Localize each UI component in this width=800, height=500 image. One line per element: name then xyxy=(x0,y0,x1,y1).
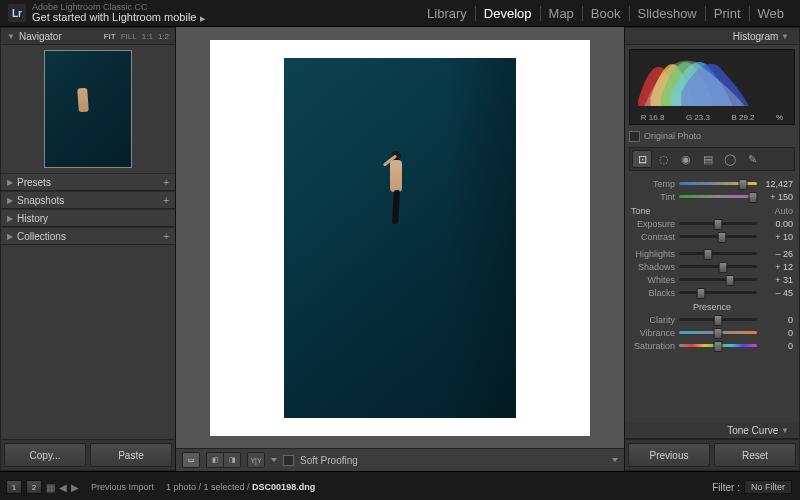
hist-b: B 29.2 xyxy=(731,113,754,122)
vibrance-slider[interactable] xyxy=(679,331,757,334)
soft-proof-checkbox[interactable] xyxy=(283,455,294,466)
collections-panel[interactable]: ▶Collections+ xyxy=(1,227,175,245)
left-panel: ▼ Navigator FIT FILL 1:1 1:2 ▶Presets+ ▶… xyxy=(0,27,176,471)
right-panel: Histogram ▼ R 16.8 G 23.3 B 29.2 % Origi… xyxy=(624,27,800,471)
navigator-label: Navigator xyxy=(19,31,62,42)
paste-button[interactable]: Paste xyxy=(90,443,172,467)
exposure-slider[interactable] xyxy=(679,222,757,225)
tone-curve-header[interactable]: Tone Curve ▼ xyxy=(625,422,799,439)
filter-label: Filter : xyxy=(712,482,740,493)
tint-value[interactable]: + 150 xyxy=(761,192,793,202)
basic-panel: Temp12,427 Tint+ 150 ToneAuto Exposure0.… xyxy=(625,175,799,422)
prev-photo-icon[interactable]: ◀ xyxy=(59,482,67,493)
titlebar: Lr Adobe Lightroom Classic CC Get starte… xyxy=(0,0,800,27)
zoom-fill[interactable]: FILL xyxy=(121,32,137,41)
temp-slider[interactable] xyxy=(679,182,757,185)
toolbar-right-menu-icon[interactable] xyxy=(612,458,618,462)
temp-value[interactable]: 12,427 xyxy=(761,179,793,189)
count-label: 1 photo / 1 selected / DSC00198.dng xyxy=(166,482,315,492)
module-web[interactable]: Web xyxy=(750,6,793,21)
saturation-value[interactable]: 0 xyxy=(761,341,793,351)
module-slideshow[interactable]: Slideshow xyxy=(630,6,706,21)
histogram[interactable]: R 16.8 G 23.3 B 29.2 % xyxy=(629,49,795,125)
highlights-label: Highlights xyxy=(631,249,675,259)
vibrance-label: Vibrance xyxy=(631,328,675,338)
screen-2[interactable]: 2 xyxy=(26,480,42,494)
shadows-value[interactable]: + 12 xyxy=(761,262,793,272)
contrast-value[interactable]: + 10 xyxy=(761,232,793,242)
navigator-preview[interactable] xyxy=(1,45,175,173)
clarity-value[interactable]: 0 xyxy=(761,315,793,325)
blacks-label: Blacks xyxy=(631,288,675,298)
histogram-header[interactable]: Histogram ▼ xyxy=(625,28,799,45)
history-panel[interactable]: ▶History xyxy=(1,209,175,227)
next-photo-icon[interactable]: ▶ xyxy=(71,482,79,493)
auto-tone-button[interactable]: Auto xyxy=(774,206,793,216)
crop-tool-icon[interactable]: ⊡ xyxy=(632,150,652,168)
chevron-down-icon: ▼ xyxy=(7,32,15,41)
source-label[interactable]: Previous Import xyxy=(91,482,154,492)
module-book[interactable]: Book xyxy=(583,6,630,21)
module-library[interactable]: Library xyxy=(419,6,476,21)
module-picker: Library Develop Map Book Slideshow Print… xyxy=(419,6,792,21)
zoom-1-2[interactable]: 1:2 xyxy=(158,32,169,41)
module-print[interactable]: Print xyxy=(706,6,750,21)
presets-panel[interactable]: ▶Presets+ xyxy=(1,173,175,191)
whites-value[interactable]: + 31 xyxy=(761,275,793,285)
original-photo-toggle[interactable]: Original Photo xyxy=(629,129,795,143)
filter-select[interactable]: No Filter xyxy=(744,480,792,494)
blacks-slider[interactable] xyxy=(679,291,757,294)
clarity-label: Clarity xyxy=(631,315,675,325)
filmstrip: 1 2 ▦ ◀ ▶ Previous Import 1 photo / 1 se… xyxy=(0,471,800,500)
hist-r: R 16.8 xyxy=(641,113,665,122)
highlights-value[interactable]: – 26 xyxy=(761,249,793,259)
saturation-slider[interactable] xyxy=(679,344,757,347)
tool-strip: ⊡ ◌ ◉ ▤ ◯ ✎ xyxy=(629,147,795,171)
hist-g: G 23.3 xyxy=(686,113,710,122)
tint-slider[interactable] xyxy=(679,195,757,198)
view-mode-loupe[interactable]: ▭ xyxy=(182,452,200,468)
app-logo: Lr xyxy=(8,4,26,22)
main-photo xyxy=(284,58,516,418)
reset-button[interactable]: Reset xyxy=(714,443,796,467)
redeye-tool-icon[interactable]: ◉ xyxy=(676,150,696,168)
grid-view-icon[interactable]: ▦ xyxy=(46,482,55,493)
shadows-label: Shadows xyxy=(631,262,675,272)
brush-tool-icon[interactable]: ✎ xyxy=(742,150,762,168)
zoom-fit[interactable]: FIT xyxy=(104,32,116,41)
canvas-area: ▭ ◧◨ Y|Y Soft Proofing xyxy=(176,27,624,471)
image-canvas[interactable] xyxy=(176,27,624,448)
grad-filter-icon[interactable]: ▤ xyxy=(698,150,718,168)
shadows-slider[interactable] xyxy=(679,265,757,268)
whites-slider[interactable] xyxy=(679,278,757,281)
view-mode-before-after[interactable]: Y|Y xyxy=(247,452,265,468)
blacks-value[interactable]: – 45 xyxy=(761,288,793,298)
screen-1[interactable]: 1 xyxy=(6,480,22,494)
soft-proof-label: Soft Proofing xyxy=(300,455,358,466)
exposure-label: Exposure xyxy=(631,219,675,229)
mobile-promo[interactable]: Get started with Lightroom mobile▶ xyxy=(32,12,419,24)
develop-toolbar: ▭ ◧◨ Y|Y Soft Proofing xyxy=(176,448,624,471)
whites-label: Whites xyxy=(631,275,675,285)
contrast-slider[interactable] xyxy=(679,235,757,238)
tint-label: Tint xyxy=(631,192,675,202)
temp-label: Temp xyxy=(631,179,675,189)
vibrance-value[interactable]: 0 xyxy=(761,328,793,338)
exposure-value[interactable]: 0.00 xyxy=(761,219,793,229)
radial-filter-icon[interactable]: ◯ xyxy=(720,150,740,168)
module-develop[interactable]: Develop xyxy=(476,6,541,21)
view-mode-compare[interactable]: ◧◨ xyxy=(206,452,241,468)
zoom-1-1[interactable]: 1:1 xyxy=(142,32,153,41)
copy-button[interactable]: Copy... xyxy=(4,443,86,467)
tone-head: Tone xyxy=(631,206,651,216)
module-map[interactable]: Map xyxy=(541,6,583,21)
clarity-slider[interactable] xyxy=(679,318,757,321)
spot-tool-icon[interactable]: ◌ xyxy=(654,150,674,168)
saturation-label: Saturation xyxy=(631,341,675,351)
highlights-slider[interactable] xyxy=(679,252,757,255)
snapshots-panel[interactable]: ▶Snapshots+ xyxy=(1,191,175,209)
hist-pct: % xyxy=(776,113,783,122)
toolbar-menu-icon[interactable] xyxy=(271,458,277,462)
navigator-header[interactable]: ▼ Navigator FIT FILL 1:1 1:2 xyxy=(1,28,175,45)
previous-button[interactable]: Previous xyxy=(628,443,710,467)
